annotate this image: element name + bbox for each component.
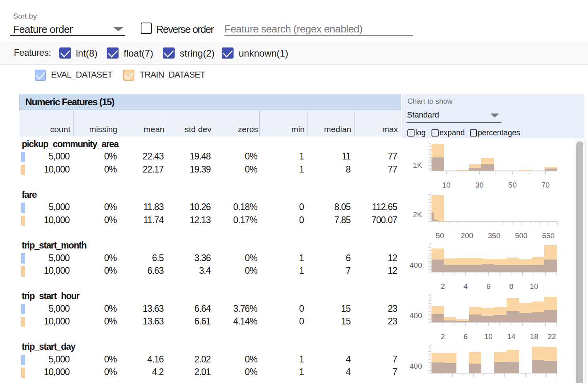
svg-text:6: 6 bbox=[486, 282, 491, 290]
svg-text:400: 400 bbox=[409, 261, 422, 269]
svg-text:10: 10 bbox=[484, 332, 492, 341]
svg-text:14: 14 bbox=[507, 332, 516, 341]
svg-text:650: 650 bbox=[542, 231, 555, 240]
svg-text:6: 6 bbox=[464, 332, 468, 341]
svg-text:50: 50 bbox=[508, 181, 516, 189]
svg-text:70: 70 bbox=[541, 181, 550, 189]
svg-text:10: 10 bbox=[442, 181, 450, 189]
svg-text:500: 500 bbox=[515, 231, 528, 240]
svg-text:2: 2 bbox=[441, 332, 445, 341]
svg-text:1K: 1K bbox=[413, 161, 422, 169]
svg-text:22: 22 bbox=[548, 332, 556, 341]
svg-text:350: 350 bbox=[488, 231, 501, 240]
svg-text:2: 2 bbox=[441, 282, 445, 290]
svg-text:50: 50 bbox=[436, 231, 444, 240]
svg-text:400: 400 bbox=[409, 362, 422, 370]
svg-text:2K: 2K bbox=[413, 210, 422, 219]
svg-text:18: 18 bbox=[530, 332, 538, 341]
svg-text:400: 400 bbox=[409, 311, 422, 320]
svg-text:4: 4 bbox=[464, 282, 468, 290]
svg-text:30: 30 bbox=[475, 181, 484, 189]
svg-text:200: 200 bbox=[461, 231, 473, 240]
svg-text:10: 10 bbox=[530, 282, 538, 290]
svg-text:8: 8 bbox=[509, 282, 513, 290]
